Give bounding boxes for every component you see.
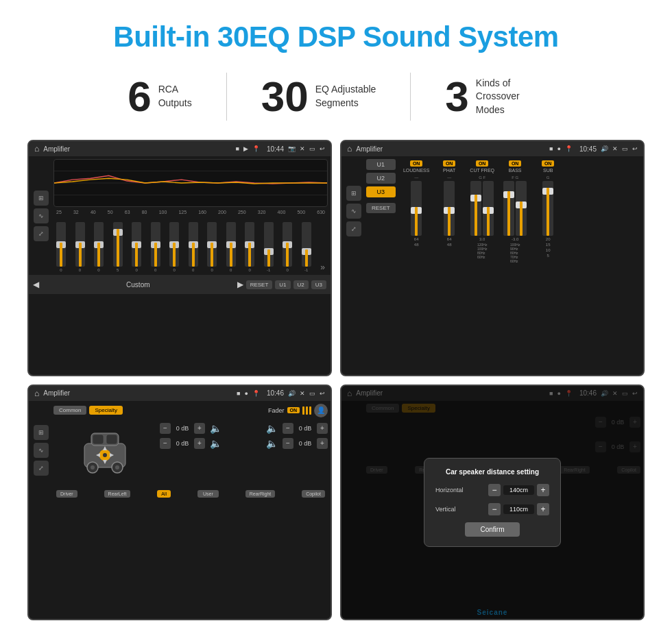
fader-bottomright-plus[interactable]: + (317, 438, 328, 449)
fader-bottomleft-minus[interactable]: − (160, 438, 171, 449)
fader-location-icon: 📍 (252, 390, 260, 397)
fader-topleft-plus[interactable]: + (194, 423, 205, 434)
fader-back-icon[interactable]: ↩ (320, 390, 325, 397)
cutfreq-on-badge[interactable]: ON (476, 160, 489, 167)
eq-prev-btn[interactable]: ◀ (33, 280, 39, 289)
fader-common-tab[interactable]: Common (53, 406, 86, 415)
horizontal-minus-btn[interactable]: − (488, 484, 501, 496)
fader-topright-minus[interactable]: − (283, 423, 293, 434)
sub-val3: 10 (546, 248, 551, 252)
fader-rearleft-btn[interactable]: RearLeft (104, 490, 131, 498)
cutfreq-sublabel: G F (479, 175, 485, 180)
svg-rect-5 (93, 435, 104, 444)
bass-sliders (503, 181, 527, 236)
vertical-plus-btn[interactable]: + (537, 503, 549, 515)
fader-all-btn[interactable]: All (157, 490, 171, 498)
eq-slider-2[interactable]: 0 (75, 222, 85, 272)
eq-slider-11[interactable]: 0 (245, 222, 254, 272)
xover-phat: ON PHAT — 64 48 (434, 160, 465, 247)
xover-home-icon[interactable]: ⌂ (347, 144, 352, 154)
fader-user-btn[interactable]: User (197, 490, 219, 498)
play-icon: ▶ (243, 145, 248, 152)
eq-slider-6[interactable]: 0 (151, 222, 160, 272)
fader-close-icon[interactable]: ✕ (300, 390, 305, 397)
loudness-on-badge[interactable]: ON (410, 160, 423, 167)
fader-specialty-tab[interactable]: Specialty (89, 406, 122, 415)
camera-icon: 📷 (288, 145, 296, 152)
xover-back-icon[interactable]: ↩ (632, 145, 638, 152)
stat-rca-number: 6 (128, 75, 151, 118)
xover-expand-btn[interactable]: ⤢ (346, 221, 361, 236)
xover-reset-btn[interactable]: RESET (366, 203, 396, 213)
fader-sidebar: ⊞ ∿ ⤢ (32, 404, 51, 498)
eq-slider-12[interactable]: -1 (264, 222, 274, 272)
fader-wave-btn[interactable]: ∿ (34, 443, 49, 458)
fader-driver-btn[interactable]: Driver (56, 490, 77, 498)
sub-on-badge[interactable]: ON (542, 160, 555, 167)
eq-reset-btn[interactable]: RESET (246, 280, 273, 289)
eq-u1-btn[interactable]: U1 (275, 280, 290, 289)
bass-sublabel: F G (512, 175, 518, 180)
eq-slider-4[interactable]: 5 (113, 222, 123, 272)
close-icon[interactable]: ✕ (300, 145, 305, 152)
bass-on-badge[interactable]: ON (509, 160, 522, 167)
xover-u3-btn[interactable]: U3 (366, 186, 396, 197)
eq-slider-5[interactable]: 0 (132, 222, 141, 272)
dialog-horizontal-row: Horizontal − 140cm + (435, 484, 549, 496)
fader-copilot-btn[interactable]: Copilot (302, 490, 325, 498)
eq-slider-7[interactable]: 0 (169, 222, 179, 272)
phat-on-badge[interactable]: ON (443, 160, 456, 167)
xover-close-icon[interactable]: ✕ (612, 145, 618, 152)
sub-val2: 15 (546, 243, 551, 247)
vertical-label: Vertical (435, 506, 456, 513)
eq-u2-btn[interactable]: U2 (293, 280, 309, 289)
confirm-button[interactable]: Confirm (465, 522, 520, 537)
record-icon: ■ (236, 145, 239, 152)
xover-u1-btn[interactable]: U1 (366, 159, 396, 170)
horizontal-plus-btn[interactable]: + (537, 484, 549, 496)
sub-val4: 5 (547, 254, 549, 258)
fader-expand-btn[interactable]: ⤢ (34, 461, 49, 476)
fader-content: ⊞ ∿ ⤢ Common Specialty Fader ON (29, 401, 331, 500)
fader-bottomright-minus[interactable]: − (283, 438, 293, 449)
eq-slider-3[interactable]: 0 (94, 222, 104, 272)
fader-on-badge[interactable]: ON (287, 407, 300, 413)
eq-slider-1[interactable]: 0 (56, 222, 66, 272)
back-icon[interactable]: ↩ (320, 145, 325, 152)
vertical-control: − 110cm + (488, 503, 549, 515)
fader-topleft-minus[interactable]: − (160, 423, 171, 434)
fader-home-icon[interactable]: ⌂ (34, 389, 39, 398)
eq-graph (53, 159, 328, 207)
fader-eq-btn[interactable]: ⊞ (34, 425, 49, 440)
eq-next-btn[interactable]: ▶ (237, 280, 243, 289)
home-icon[interactable]: ⌂ (34, 144, 39, 154)
fader-rearright-btn[interactable]: RearRight (245, 490, 276, 498)
person-icon[interactable]: 👤 (314, 404, 328, 417)
page-title: Built-in 30EQ DSP Sound System (113, 21, 558, 53)
eq-main-area: 25 32 40 50 63 80 100 125 160 200 250 32… (53, 159, 328, 272)
horizontal-control: − 140cm + (488, 484, 549, 496)
bass-freq-labels: 100Hz90Hz80Hz70Hz60Hz (510, 243, 520, 263)
xover-bass: ON BASS F G (500, 160, 531, 263)
eq-expand-btn[interactable]: ⤢ (34, 226, 49, 241)
fader-record-icon: ■ (237, 390, 240, 397)
eq-wave-btn[interactable]: ∿ (34, 208, 49, 223)
eq-u3-btn[interactable]: U3 (311, 280, 326, 289)
bass-val: -3.0 (512, 237, 518, 241)
eq-slider-10[interactable]: 0 (226, 222, 236, 272)
vertical-minus-btn[interactable]: − (488, 503, 501, 515)
fader-bottomleft-plus[interactable]: + (194, 438, 205, 449)
xover-wave-btn[interactable]: ∿ (346, 204, 361, 219)
eq-slider-14[interactable]: -1 (302, 222, 311, 272)
more-icon[interactable]: » (320, 263, 325, 272)
xover-loudness: ON LOUDNESS — 64 48 (401, 160, 432, 247)
eq-slider-8[interactable]: 0 (189, 222, 198, 272)
eq-slider-13[interactable]: 0 (283, 222, 292, 272)
xover-eq-btn[interactable]: ⊞ (346, 186, 361, 201)
eq-content: ⊞ ∿ ⤢ (29, 156, 331, 275)
eq-slider-9[interactable]: 0 (207, 222, 217, 272)
fader-topright-plus[interactable]: + (317, 423, 328, 434)
eq-eq-btn[interactable]: ⊞ (34, 191, 49, 206)
xover-controls: ON LOUDNESS — 64 48 ON (401, 159, 640, 263)
xover-u2-btn[interactable]: U2 (366, 173, 396, 184)
